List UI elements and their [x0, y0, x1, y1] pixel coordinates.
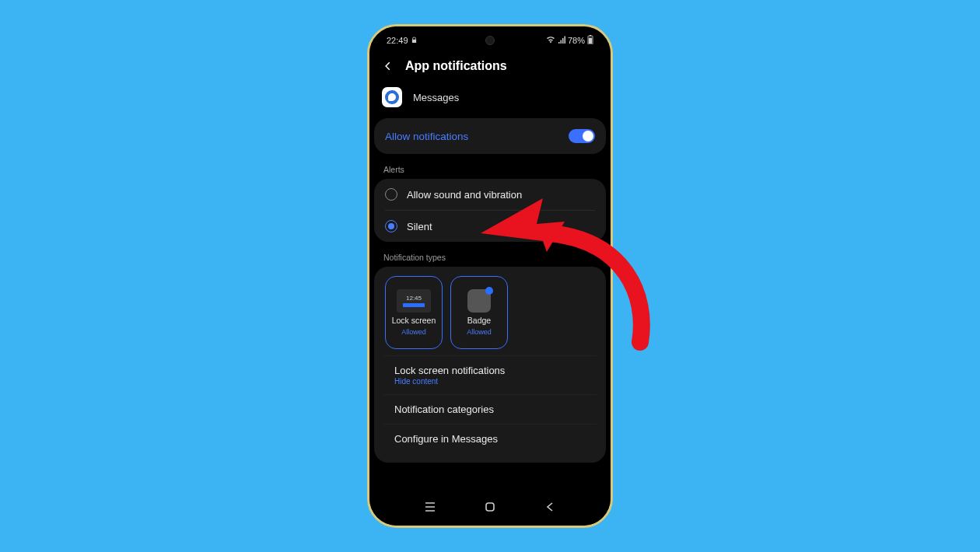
volume-up-button[interactable] — [612, 131, 613, 161]
page-title: App notifications — [405, 59, 507, 73]
allow-notifications-label: Allow notifications — [385, 131, 468, 142]
alerts-section-label: Alerts — [369, 160, 611, 179]
lockscreen-notifications-row[interactable]: Lock screen notifications Hide content — [383, 355, 597, 394]
status-time: 22:49 — [387, 36, 408, 45]
svg-rect-2 — [589, 38, 592, 44]
battery-icon — [587, 35, 593, 46]
volume-down-button[interactable] — [612, 166, 613, 196]
home-button[interactable] — [482, 499, 498, 515]
allow-notifications-toggle[interactable] — [569, 129, 595, 143]
app-identity: Messages — [369, 81, 611, 118]
back-icon[interactable] — [382, 60, 394, 72]
radio-icon — [385, 188, 397, 201]
tile-status: Allowed — [467, 328, 492, 336]
signal-icon — [558, 36, 565, 45]
battery-percent: 78% — [568, 36, 585, 45]
configure-in-app-row[interactable]: Configure in Messages — [383, 424, 597, 453]
phone-frame: 22:49 78% App n — [367, 24, 613, 528]
types-section-label: Notification types — [369, 248, 611, 267]
row-title: Notification categories — [394, 404, 586, 415]
alerts-card: Allow sound and vibration Silent — [374, 179, 606, 242]
badge-preview-icon — [467, 289, 491, 313]
alert-option-label: Silent — [407, 221, 432, 232]
back-button[interactable] — [542, 499, 558, 515]
app-icon — [382, 87, 402, 107]
allow-notifications-row[interactable]: Allow notifications — [374, 118, 606, 154]
wifi-icon — [546, 36, 555, 45]
alert-option-sound[interactable]: Allow sound and vibration — [374, 179, 606, 210]
svg-rect-6 — [486, 503, 494, 511]
power-button[interactable] — [612, 215, 613, 257]
notification-categories-row[interactable]: Notification categories — [383, 394, 597, 424]
tile-name: Badge — [467, 316, 491, 325]
alert-option-label: Allow sound and vibration — [407, 189, 522, 201]
status-bar: 22:49 78% — [369, 26, 611, 48]
allow-notifications-card: Allow notifications — [374, 118, 606, 154]
alert-option-silent[interactable]: Silent — [374, 211, 606, 242]
tile-name: Lock screen — [392, 316, 436, 325]
system-navbar — [369, 494, 611, 519]
lock-icon — [411, 36, 418, 45]
app-name: Messages — [413, 92, 459, 103]
screen: 22:49 78% App n — [369, 26, 611, 526]
lockscreen-preview-icon: 12:45 — [397, 289, 431, 313]
recents-button[interactable] — [422, 499, 438, 515]
row-title: Configure in Messages — [394, 433, 586, 445]
radio-icon — [385, 220, 397, 232]
row-subtitle: Hide content — [394, 377, 586, 386]
row-title: Lock screen notifications — [394, 365, 586, 376]
notification-types-card: 12:45 Lock screen Allowed Badge Allowed — [374, 267, 606, 463]
type-tile-lockscreen[interactable]: 12:45 Lock screen Allowed — [385, 276, 443, 349]
tile-status: Allowed — [401, 328, 426, 336]
type-tile-badge[interactable]: Badge Allowed — [450, 276, 508, 349]
page-header: App notifications — [369, 48, 611, 81]
preview-time: 12:45 — [406, 295, 422, 302]
